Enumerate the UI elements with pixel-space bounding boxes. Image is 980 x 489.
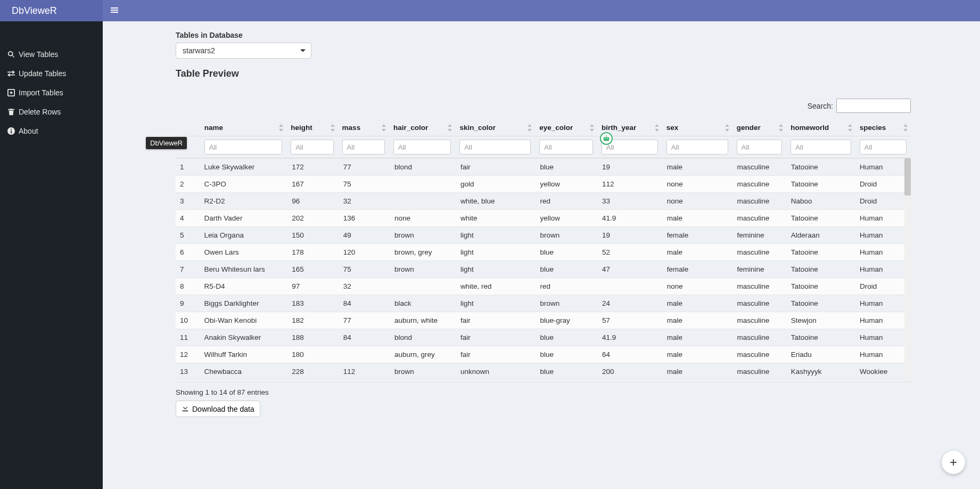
cell-homeworld: Tatooine (787, 329, 855, 346)
col-header-name[interactable]: name (200, 119, 286, 136)
table-row[interactable]: 5Leia Organa15049brownlightbrown19female… (176, 227, 911, 244)
filter-input-mass[interactable] (342, 140, 385, 154)
sidebar-item-about[interactable]: About (0, 121, 103, 141)
col-header-sex[interactable]: sex (662, 119, 732, 136)
scrollbar-thumb[interactable] (904, 158, 911, 195)
table-row[interactable]: 12Wilhuff Tarkin180auburn, greyfairblue6… (176, 346, 911, 363)
filter-input-name[interactable] (204, 140, 282, 154)
table-row[interactable]: 2C-3PO16775goldyellow112nonemasculineTat… (176, 176, 911, 193)
menu-toggle-icon[interactable] (110, 6, 119, 16)
cell-species: Droid (855, 176, 911, 193)
cell-eye_color: yellow (536, 176, 598, 193)
cell-index: 10 (176, 312, 200, 329)
filter-input-sex[interactable] (666, 140, 728, 154)
col-header-height[interactable]: height (286, 119, 337, 136)
table-row[interactable]: 14Han Solo18080brownfairbrown29malemascu… (176, 380, 911, 382)
table-row[interactable]: 7Beru Whitesun lars16575brownlightblue47… (176, 261, 911, 278)
col-header-label: eye_color (539, 124, 573, 132)
cell-gender: masculine (732, 278, 786, 295)
cell-mass: 77 (339, 159, 390, 176)
cell-hair_color (390, 278, 456, 295)
table-scroll-area[interactable]: 1Luke Skywalker17277blondfairblue19malem… (176, 158, 911, 382)
cell-skin_color: light (456, 295, 536, 312)
filter-input-hair_color[interactable] (393, 140, 451, 154)
cell-birth_year: 41.9 (598, 329, 663, 346)
table-row[interactable]: 3R2-D29632white, bluered33nonemasculineN… (176, 193, 911, 210)
cell-mass: 75 (339, 261, 390, 278)
cell-eye_color: blue (536, 329, 598, 346)
col-header-label: sex (666, 124, 679, 132)
cell-gender: feminine (732, 227, 786, 244)
table-select[interactable]: starwars2 (176, 43, 311, 59)
sidebar-item-label: View Tables (19, 50, 58, 59)
table-row[interactable]: 8R5-D49732white, redrednonemasculineTato… (176, 278, 911, 295)
table-row[interactable]: 9Biggs Darklighter18384blacklightbrown24… (176, 295, 911, 312)
cell-height: 150 (287, 227, 339, 244)
col-header-eye_color[interactable]: eye_color (535, 119, 597, 136)
cell-height: 96 (287, 193, 339, 210)
cell-sex: male (663, 210, 733, 227)
filter-input-skin_color[interactable] (459, 140, 531, 154)
filter-input-gender[interactable] (737, 140, 783, 154)
sidebar-item-label: Update Tables (19, 69, 66, 78)
cell-skin_color: fair (456, 312, 536, 329)
col-header-skin_color[interactable]: skin_color (455, 119, 535, 136)
search-input[interactable] (836, 99, 911, 113)
sidebar-item-delete-rows[interactable]: Delete Rows (0, 102, 103, 121)
col-header-homeworld[interactable]: homeworld (786, 119, 855, 136)
cell-gender: masculine (732, 159, 786, 176)
sidebar-item-label: Delete Rows (19, 108, 61, 116)
filter-input-eye_color[interactable] (539, 140, 593, 154)
cell-eye_color: blue-gray (536, 312, 598, 329)
filter-input-height[interactable] (291, 140, 333, 154)
cell-mass: 32 (339, 193, 390, 210)
download-button[interactable]: Download the data (176, 401, 260, 417)
tables-label: Tables in Database (176, 31, 911, 39)
cell-mass: 75 (339, 176, 390, 193)
cell-homeworld: Tatooine (787, 278, 855, 295)
table-row[interactable]: 6Owen Lars178120brown, greylightblue52ma… (176, 244, 911, 261)
sidebar-item-update-tables[interactable]: Update Tables (0, 64, 103, 83)
cell-species: Human (855, 210, 911, 227)
cell-height: 183 (287, 295, 339, 312)
table-row[interactable]: 13Chewbacca228112brownunknownblue200male… (176, 363, 911, 380)
cell-skin_color: fair (456, 346, 536, 363)
cell-index: 9 (176, 295, 200, 312)
cell-species: Droid (855, 278, 911, 295)
filter-input-species[interactable] (860, 140, 907, 154)
cell-hair_color: black (390, 295, 456, 312)
table-row[interactable]: 11Anakin Skywalker18884blondfairblue41.9… (176, 329, 911, 346)
cell-eye_color: blue (536, 159, 598, 176)
fab-add-button[interactable]: + (942, 451, 965, 474)
cell-birth_year: 47 (598, 261, 663, 278)
cell-index: 4 (176, 210, 200, 227)
table-row[interactable]: 1Luke Skywalker17277blondfairblue19malem… (176, 159, 911, 176)
cell-index: 7 (176, 261, 200, 278)
sidebar-item-import-tables[interactable]: Import Tables (0, 83, 103, 102)
cell-birth_year: 57 (598, 312, 663, 329)
col-header-gender[interactable]: gender (732, 119, 787, 136)
cell-gender: masculine (732, 295, 786, 312)
cell-skin_color: light (456, 261, 536, 278)
sidebar-item-label: Import Tables (19, 88, 63, 97)
table-row[interactable]: 10Obi-Wan Kenobi18277auburn, whitefairbl… (176, 312, 911, 329)
cell-eye_color: blue (536, 346, 598, 363)
cell-species: Human (855, 346, 911, 363)
col-header-index[interactable] (176, 119, 200, 136)
col-header-mass[interactable]: mass (338, 119, 389, 136)
filter-input-homeworld[interactable] (790, 140, 851, 154)
col-header-species[interactable]: species (855, 119, 911, 136)
sidebar-item-view-tables[interactable]: View Tables (0, 45, 103, 64)
robot-icon[interactable] (600, 132, 613, 145)
col-header-label: height (291, 124, 312, 132)
cell-gender: masculine (732, 176, 786, 193)
entries-info: Showing 1 to 14 of 87 entries (176, 388, 911, 396)
table-row[interactable]: 4Darth Vader202136nonewhiteyellow41.9mal… (176, 210, 911, 227)
cell-skin_color: fair (456, 380, 536, 382)
cell-hair_color: blond (390, 159, 456, 176)
cell-index: 11 (176, 329, 200, 346)
cell-eye_color: red (536, 278, 598, 295)
sidebar: View Tables Update Tables Import Tables … (0, 21, 103, 489)
cell-homeworld: Kashyyyk (787, 363, 855, 380)
col-header-hair_color[interactable]: hair_color (389, 119, 455, 136)
